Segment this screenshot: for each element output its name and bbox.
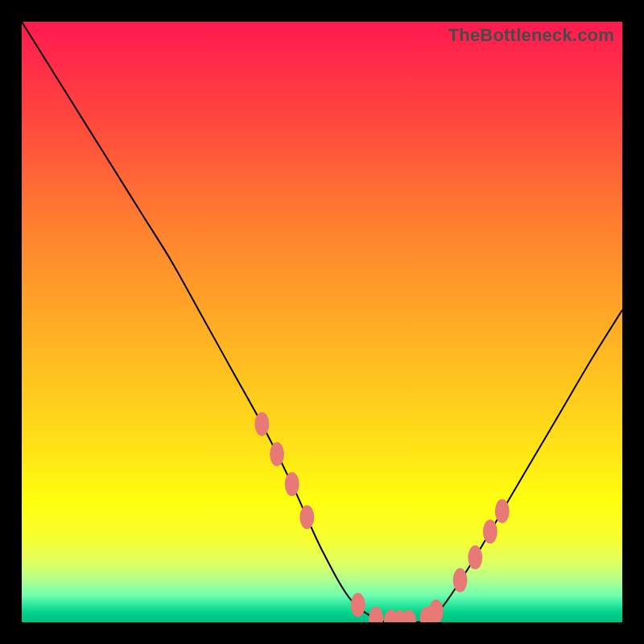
- data-marker: [402, 610, 416, 622]
- bottleneck-plot: [22, 22, 622, 622]
- watermark-text: TheBottleneck.com: [448, 25, 614, 46]
- data-markers: [254, 412, 509, 622]
- data-marker: [468, 546, 482, 570]
- data-marker: [254, 412, 269, 436]
- data-marker: [285, 473, 299, 497]
- data-marker: [483, 519, 497, 543]
- data-marker: [270, 442, 284, 466]
- chart-area: TheBottleneck.com: [22, 22, 622, 622]
- data-marker: [429, 600, 444, 622]
- data-marker: [299, 506, 314, 530]
- data-marker: [369, 607, 383, 622]
- data-marker: [495, 499, 510, 523]
- bottleneck-curve: [22, 22, 622, 622]
- data-marker: [453, 568, 468, 592]
- data-marker: [351, 592, 365, 617]
